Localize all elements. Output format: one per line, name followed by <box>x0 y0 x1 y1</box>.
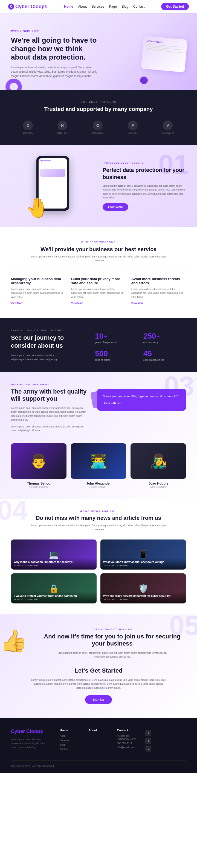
footer-social-col: f t v <box>145 728 186 752</box>
news-section: 04 Good News For You Do not miss with ma… <box>0 499 197 614</box>
nav-services[interactable]: Services <box>92 5 104 8</box>
cta-hand-emoji: 👍 <box>0 628 27 654</box>
news-card-2[interactable]: 🔒 6 ways to protect yourself from online… <box>11 574 96 603</box>
weapon-link-2[interactable]: View More <box>131 302 186 305</box>
cta-signup-button[interactable]: Sign Up <box>85 695 112 704</box>
partner-name-0: DERCK <box>23 131 33 134</box>
about-content: Take A Look To Our Journey See our journ… <box>11 329 186 361</box>
cta-title: And now it's time for you to join us for… <box>38 633 186 647</box>
stat-2: 500 + cups of coffee <box>95 349 138 361</box>
footer-social: f t v <box>145 730 186 751</box>
footer-link-services[interactable]: Services <box>60 739 80 742</box>
stat-suffix-2: + <box>108 351 112 358</box>
social-facebook-icon[interactable]: f <box>145 730 151 736</box>
nav-blog[interactable]: Blog <box>122 5 128 8</box>
partner-icon-1: H <box>57 121 67 130</box>
partners-title: Trusted and supported by many company <box>11 106 186 112</box>
hero-tag: Cyber Security <box>11 30 98 33</box>
stat-number-3: 45 <box>143 349 152 358</box>
news-grid: 💻 Why is the automation important for se… <box>11 539 186 603</box>
team-card-0: 👨 Thomas Senco Network Security <box>11 443 66 488</box>
hero-document: Cyber Cloops <box>141 36 188 72</box>
nav-home[interactable]: Home <box>64 5 73 8</box>
feature-01-text: Introduce Cyber Cloops Perfect data prot… <box>103 161 186 211</box>
nav-about[interactable]: About <box>78 5 86 8</box>
news-card-date-0: 12 Jan 2022 - 6 min read <box>14 564 94 567</box>
stat-number-2: 500 <box>95 349 108 358</box>
news-card-title-2: 6 ways to protect yourself from online c… <box>14 594 94 598</box>
weapon-card-0: Managing your business data organizedly … <box>11 277 66 305</box>
footer-link-about[interactable]: About <box>60 735 80 737</box>
cta-tag: Lets Connect With Us <box>38 628 186 631</box>
feature-01-section: 01 Cyber Cloops 🤚 <box>0 145 197 227</box>
weapon-link-1[interactable]: View More <box>71 302 126 305</box>
social-vimeo-icon[interactable]: v <box>145 746 151 751</box>
team-card-2: 👨‍🎤 Joao Hobbis Web Developer <box>131 443 186 488</box>
feature-01-visual: Cyber Cloops 🤚 <box>11 156 94 216</box>
footer-col-about: About <box>88 728 109 752</box>
partner-name-4: STAKE N <box>162 131 174 134</box>
news-card-overlay-0: Why is the automation important for secu… <box>11 558 96 569</box>
news-card-1[interactable]: 📱 What you don't know about Facebook's o… <box>101 539 186 569</box>
weapon-title-0: Managing your business data organizedly <box>11 277 66 285</box>
nav-links: Home About Services Page Blog Contact <box>64 5 144 8</box>
partner-0: D DERCK <box>23 121 33 134</box>
nav-contact[interactable]: Contact <box>133 5 144 8</box>
footer: Cyber Cloops Lorem ipsum dolor sit amet … <box>0 718 197 773</box>
news-card-3[interactable]: 🛡️ Why are proxy servers important for c… <box>101 574 186 603</box>
about-stats: 10 + years of experience 250 + our best … <box>95 332 186 361</box>
news-card-title-3: Why are proxy servers important for cybe… <box>103 594 183 598</box>
weapons-section: Our Best Weapons We'll provide your busi… <box>0 227 197 318</box>
footer-link-blog[interactable]: Blog <box>60 743 80 746</box>
news-card-date-1: 15 Jan 2022 - 4 min read <box>103 564 183 567</box>
social-twitter-icon[interactable]: t <box>145 738 151 744</box>
footer-contact-title: Contact <box>117 728 137 732</box>
weapons-tag: Our Best Weapons <box>11 241 186 244</box>
stat-suffix-1: + <box>157 334 160 340</box>
cta-bottom: Let's Get Started Lorem ipsum dolor sit … <box>11 667 186 704</box>
news-card-overlay-3: Why are proxy servers important for cybe… <box>101 591 186 603</box>
cta-desc: Lorem ipsum dolor sit amet, consectetur … <box>57 651 167 659</box>
team-name-2: Joao Hobbis <box>131 482 186 485</box>
weapon-desc-0: Lorem ipsum dolor sit amet, consectetur … <box>11 287 66 299</box>
army-desc: Lorem ipsum dolor sit amet, consectetur … <box>11 406 88 422</box>
footer-col-title-home: Home <box>60 728 80 732</box>
stat-label-3: cozy branch offices <box>143 359 186 361</box>
nav-cta-button[interactable]: Get Started <box>161 3 189 10</box>
screen-line-4 <box>40 166 53 166</box>
partner-icon-3: F <box>128 121 138 130</box>
feature-01-tag: Introduce Cyber Cloops <box>103 161 186 164</box>
team-photo-2: 👨‍🎤 <box>131 443 186 479</box>
weapon-link-0[interactable]: View More <box>11 302 66 305</box>
footer-col-home: Home About Services Blog Contact <box>60 728 80 752</box>
hero-content: Cyber Security We're all going to have t… <box>11 30 98 79</box>
feature-01-title: Perfect data protection for your busines… <box>103 166 186 181</box>
hero-phone-icon: 📞 <box>140 76 148 84</box>
team-name-1: John Alexander <box>71 482 126 485</box>
site-logo[interactable]: C Cyber Cloops <box>8 4 47 9</box>
news-card-0[interactable]: 💻 Why is the automation important for se… <box>11 539 96 569</box>
footer-copyright: Copyright © 2022 - All Rights Reserved. <box>11 765 54 768</box>
phone-screen-header: Cyber Cloops <box>40 160 65 161</box>
team-photo-1: 👨‍💻 <box>71 443 126 479</box>
hero-visual: Cyber Cloops <box>142 38 186 70</box>
stat-label-2: cups of coffee <box>95 359 138 361</box>
stat-label-0: years of experience <box>95 341 138 344</box>
about-tag: Take A Look To Our Journey <box>11 329 87 332</box>
footer-tagline: Lorem ipsum dolor sit amet consectetur a… <box>11 738 52 749</box>
nav-page[interactable]: Page <box>109 5 117 8</box>
team-photo-visual-2: 👨‍🎤 <box>131 443 186 479</box>
about-section: Take A Look To Our Journey See our journ… <box>0 318 197 372</box>
weapon-card-2: Avoid more business threats and errors L… <box>131 277 186 305</box>
army-text: Introduce Our Army The army with best qu… <box>11 383 89 435</box>
footer-link-contact[interactable]: Contact <box>60 748 80 750</box>
weapons-grid: Managing your business data organizedly … <box>11 277 186 305</box>
weapons-divider <box>11 271 186 271</box>
footer-address: Preston Rd. Inglewood, Mono. <box>117 735 137 740</box>
feature-01-btn[interactable]: Learn More <box>103 203 128 211</box>
screen-line-1 <box>40 163 65 163</box>
weapons-header: Our Best Weapons We'll provide your busi… <box>11 241 186 262</box>
news-title: Do not miss with many news and article f… <box>11 515 186 521</box>
screen-graphic <box>40 168 65 177</box>
partners-section: Our Best Partners Trusted and supported … <box>0 90 197 145</box>
